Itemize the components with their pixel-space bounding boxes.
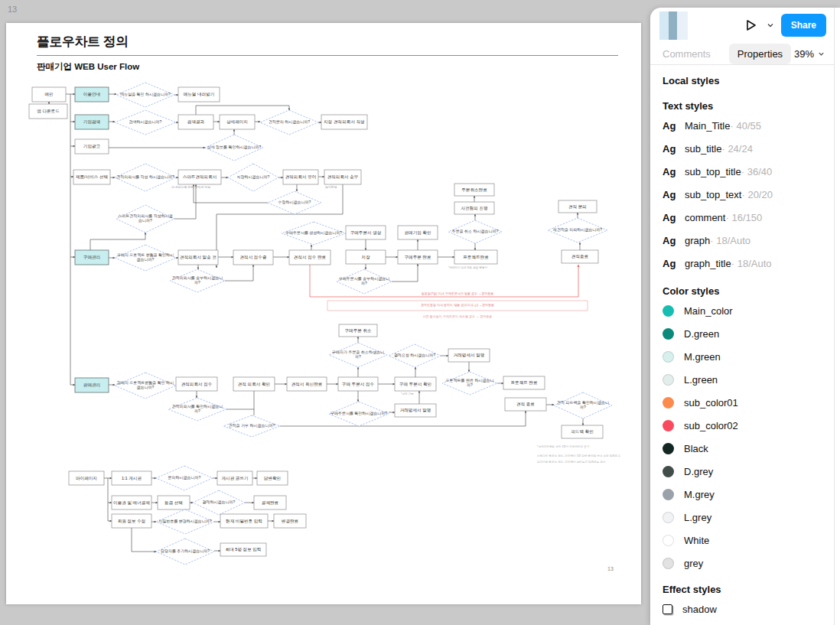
panel-tabs: Comments Properties 39% — [650, 41, 834, 66]
color-swatch — [663, 351, 674, 363]
flow-node-label: 메뉴얼 내려받기 — [178, 87, 220, 102]
color-style-row[interactable]: L.grey — [663, 506, 820, 529]
tab-comments[interactable]: Comments — [663, 48, 711, 60]
flow-node-label: 1:1 게시판 — [112, 471, 151, 485]
zoom-level: 39% — [794, 48, 814, 60]
color-swatch — [663, 374, 674, 386]
flow-node-label: 견적을 거부 하시겠습니까? — [223, 415, 280, 437]
flow-node-label: 구매주문 취소 — [339, 324, 377, 337]
flow-annotation: 프리미엄 등급인 경우, 피드백이 남았는지 알려주는 형식 — [537, 461, 632, 464]
color-swatch — [663, 305, 674, 317]
shadow-effect-icon — [663, 604, 672, 614]
text-style-meta: 18/Auto — [731, 258, 772, 269]
properties-panel: Share Comments Properties 39% Local styl… — [650, 8, 840, 625]
text-style-row[interactable]: Agsub_top_title36/40 — [663, 160, 820, 183]
flow-node-label: 견적의뢰서 접수 — [176, 377, 217, 391]
canvas-page-badge: 13 — [8, 5, 17, 14]
color-style-name: grey — [684, 558, 703, 569]
text-style-row[interactable]: Aggraph18/Auto — [663, 229, 820, 252]
color-style-row[interactable]: sub_color01 — [663, 391, 820, 414]
flowchart-layer: 메인앱 다운로드이용안내메뉴얼을 확인 하시겠습니까?메뉴얼 내려받기기업검색검… — [6, 23, 641, 604]
flow-node-label: 담당자를 추가하시겠습니까? — [156, 539, 214, 565]
color-style-name: sub_color01 — [684, 397, 738, 409]
text-style-row[interactable]: Agsub_top_text20/20 — [663, 183, 820, 206]
color-style-name: White — [684, 535, 709, 546]
flow-node-label: 변경완료 — [274, 514, 306, 528]
text-style-row[interactable]: Agcomment16/150 — [663, 206, 820, 229]
flow-annotation: 사전 협의없이 구매주문이 취소될 경우 → 견적종료 — [327, 314, 588, 319]
flow-node-label: 프로젝트를 완료 하시겠습니까? — [442, 372, 497, 395]
present-chevron-down-icon[interactable] — [765, 20, 776, 31]
color-style-row[interactable]: Black — [663, 437, 820, 460]
flow-node-label: 이용안내 — [75, 87, 109, 102]
color-style-row[interactable]: D.green — [663, 322, 820, 345]
color-style-row[interactable]: M.green — [663, 345, 820, 368]
panel-content: Local styles Text styles AgMain_Title40/… — [663, 64, 820, 625]
flow-node-label: 구매 주문서 접수 — [338, 377, 378, 391]
text-style-sample: Ag — [663, 189, 685, 200]
panel-scroll-gutter[interactable] — [834, 8, 835, 625]
text-style-meta: 18/Auto — [710, 235, 750, 246]
text-style-row[interactable]: Agsub_title24/24 — [663, 137, 820, 160]
color-style-row[interactable]: L.green — [663, 368, 820, 391]
flow-node-label: 비밀번호를 변경하시겠습니까? — [156, 509, 214, 534]
effect-style-name: shadow — [682, 604, 717, 615]
flow-node-label: 구매자가 주문을 취소하셨습니까? — [329, 343, 387, 367]
color-style-row[interactable]: grey — [663, 552, 820, 575]
color-style-row[interactable]: Main_color — [663, 299, 820, 322]
flow-node-label: 견적 종료 — [505, 398, 546, 411]
flow-node-label: 견적의뢰서를 송부하시겠습니까? — [170, 269, 225, 292]
tab-properties[interactable]: Properties — [729, 44, 791, 64]
flow-node-label: 프로젝트 완료 — [503, 376, 545, 389]
flow-node-label: 답변확인 — [257, 471, 288, 485]
text-style-sample: Ag — [663, 235, 685, 246]
color-swatch — [663, 420, 674, 431]
file-thumbnail[interactable] — [659, 11, 688, 40]
flow-node-label: 견적의뢰서 발송 전 — [178, 250, 218, 265]
flow-node-label: 판매관리 — [75, 378, 109, 392]
flow-node-label: 결제요청 하시겠습니까? — [389, 344, 441, 367]
flow-annotation: -임시저장 — [324, 186, 361, 190]
flow-node-label: 메뉴얼을 확인 하시겠습니까? — [116, 83, 174, 107]
zoom-chevron-down-icon — [818, 50, 825, 57]
effect-style-row[interactable]: shadow — [663, 597, 820, 620]
flow-node-label: 게시판 글쓰기 — [217, 471, 252, 485]
flow-node-label: 회원 정보 수정 — [112, 514, 151, 528]
color-swatch — [663, 466, 674, 477]
color-styles-heading: Color styles — [663, 285, 820, 297]
flow-node-label: 기업광고 — [75, 139, 109, 154]
design-page[interactable]: 플로우차트 정의 판매기업 WEB User Flow 메인앱 다운로드이용안내… — [6, 23, 641, 604]
flow-node-label: 스마트견적의뢰서를 작성하시겠습니까? — [116, 205, 174, 233]
color-style-row[interactable]: M.grey — [663, 483, 820, 506]
flow-edge — [392, 264, 418, 282]
flow-node-label: 견적문의 하시겠습니까? — [260, 110, 318, 135]
text-style-meta: 24/24 — [721, 143, 753, 155]
present-play-icon[interactable] — [741, 16, 760, 34]
text-style-sample: Ag — [663, 258, 685, 269]
page-number: 13 — [607, 566, 614, 571]
color-style-row[interactable]: D.grey — [663, 460, 820, 483]
color-swatch — [663, 558, 674, 569]
flow-node-label: 제품/서비스 선택 — [73, 170, 110, 184]
panel-header: Share — [650, 8, 834, 43]
flow-node-label: 최대 5명 정보 입력 — [220, 543, 266, 556]
color-style-row[interactable]: sub_color02 — [663, 414, 820, 437]
flow-node-label: 견적서 회신완료 — [287, 377, 327, 391]
color-style-row[interactable]: White — [663, 529, 820, 552]
share-button[interactable]: Share — [781, 14, 826, 37]
effect-styles-heading: Effect styles — [663, 584, 820, 595]
flow-node-label: 현재 비밀번호 입력 — [220, 514, 268, 528]
color-style-name: Main_color — [684, 305, 733, 317]
flow-node-label: 문의하시겠습니까? — [156, 466, 213, 490]
flow-node-label: 구매주문 완료 — [398, 250, 438, 264]
flow-edge — [225, 265, 253, 281]
flow-node-label: 거래명세서 발행 — [395, 404, 436, 417]
flow-node-label: 피드백 확인 — [562, 425, 603, 438]
flow-node-label: 판매자 프로젝트현황을 확인 하시겠습니까? — [115, 373, 176, 399]
text-style-name: graph — [685, 235, 710, 246]
zoom-control[interactable]: 39% — [794, 48, 825, 60]
flow-node-label: 구매 주문서 확인 — [395, 377, 436, 391]
flow-annotation: *견적피드백은 견적 1회시 자동처리로 표시 — [537, 445, 632, 449]
text-style-row[interactable]: Aggraph_title18/Auto — [663, 252, 820, 275]
text-style-row[interactable]: AgMain_Title40/55 — [663, 114, 820, 137]
